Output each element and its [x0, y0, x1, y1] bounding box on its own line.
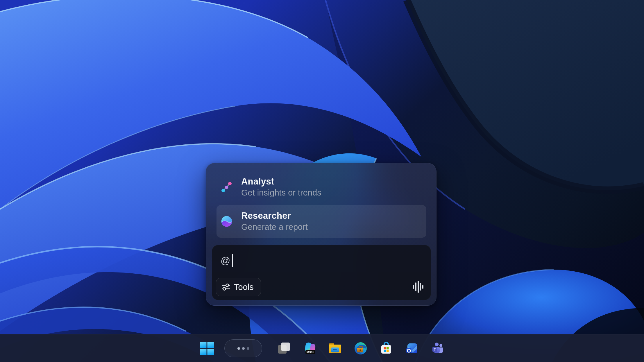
- agent-title: Analyst: [241, 176, 321, 187]
- prompt-text-line: @: [221, 254, 233, 267]
- m365-copilot-button[interactable]: M365: [302, 341, 317, 356]
- ellipsis-dot: [242, 347, 245, 350]
- teams-people-icon: T: [430, 341, 444, 355]
- agent-option-researcher[interactable]: Researcher Generate a report: [217, 205, 426, 238]
- desktop: { "copilot_panel": { "agents": [ { "labe…: [0, 0, 644, 362]
- tools-button-label: Tools: [234, 282, 254, 292]
- ellipsis-dot: [247, 347, 249, 350]
- prompt-value: @: [221, 255, 230, 266]
- teams-badge: T: [434, 347, 436, 352]
- m365-copilot-icon: M365: [303, 341, 316, 355]
- text-caret: [232, 254, 233, 267]
- agent-option-analyst[interactable]: Analyst Get insights or trends: [217, 171, 426, 203]
- voice-waveform-icon: [413, 281, 423, 293]
- m365-badge: M365: [307, 350, 314, 354]
- task-view-button[interactable]: [277, 341, 291, 356]
- prompt-input[interactable]: @ Tools: [212, 245, 431, 300]
- file-explorer-button[interactable]: [328, 341, 342, 356]
- tools-button[interactable]: Tools: [216, 278, 261, 296]
- edge-work-button[interactable]: [353, 341, 368, 356]
- copilot-prompt-panel: Analyst Get insights or trends R: [206, 163, 437, 306]
- edge-briefcase-icon: [354, 341, 368, 355]
- microsoft-store-button[interactable]: [379, 341, 393, 356]
- folder-icon: [328, 341, 342, 355]
- researcher-icon: [221, 215, 232, 228]
- filter-sliders-icon: [221, 283, 230, 291]
- teams-button[interactable]: T: [430, 341, 445, 356]
- agent-description: Generate a report: [241, 221, 308, 233]
- windows-start-icon: [200, 341, 214, 355]
- taskbar: M365: [0, 334, 644, 362]
- taskbar-search-pill[interactable]: [224, 339, 262, 357]
- taskbar-items: M365: [200, 334, 445, 362]
- agent-title: Researcher: [241, 210, 308, 221]
- agent-description: Get insights or trends: [241, 187, 321, 198]
- outlook-button[interactable]: [405, 341, 419, 356]
- analyst-icon: [221, 181, 232, 193]
- outlook-envelope-icon: [405, 341, 419, 355]
- voice-input-button[interactable]: [412, 280, 425, 293]
- task-view-icon: [277, 341, 291, 355]
- store-bag-icon: [379, 341, 393, 355]
- ellipsis-dot: [237, 347, 240, 350]
- start-button[interactable]: [200, 341, 214, 356]
